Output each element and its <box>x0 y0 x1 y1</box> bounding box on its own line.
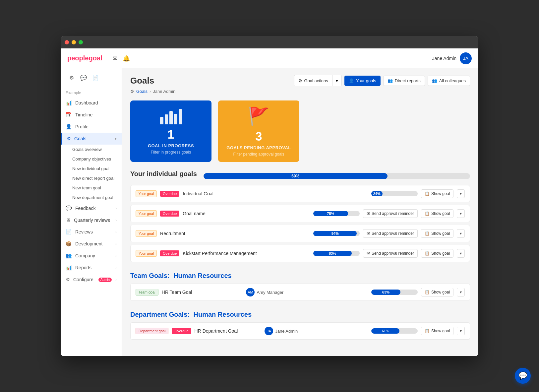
progress-fill-1: 24% <box>371 191 383 196</box>
goals-icon: ⚙ <box>67 136 71 142</box>
sidebar-icon-settings[interactable]: ⚙ <box>66 72 78 84</box>
close-btn[interactable] <box>65 40 69 44</box>
user-menu[interactable]: Jane Admin JA <box>432 52 472 64</box>
breadcrumb-goals-link[interactable]: Goals <box>136 89 148 94</box>
chat-bubble[interactable]: 💬 <box>515 368 531 384</box>
feedback-icon: 💬 <box>66 205 72 211</box>
your-goals-button[interactable]: 👤 Your goals <box>344 76 381 86</box>
sidebar-item-development[interactable]: 📦 Development › <box>61 238 122 250</box>
app-window: peoplegoal ✉ 🔔 Jane Admin JA ⚙ 💬 📄 Examp… <box>61 36 478 356</box>
send-approval-btn-4[interactable]: ✉ Send approval reminder <box>363 249 418 258</box>
mail-icon[interactable]: ✉ <box>112 55 117 62</box>
sidebar-item-configure[interactable]: ⚙ Configure Admin › <box>61 274 122 286</box>
send-approval-btn-3[interactable]: ✉ Send approval reminder <box>363 229 418 238</box>
sidebar-item-company-objectives[interactable]: Company objectives <box>61 154 122 164</box>
goal-dropdown-2[interactable]: ▾ <box>457 209 465 218</box>
main-content: Goals ⚙ Goal actions ▾ 👤 Your <box>122 68 478 356</box>
sidebar-item-company[interactable]: 👥 Company › <box>61 250 122 262</box>
chat-icon: 💬 <box>518 371 527 380</box>
sidebar-label-reviews: Reviews <box>75 229 93 234</box>
sidebar-item-dashboard[interactable]: 📊 Dashboard <box>61 97 122 109</box>
logo[interactable]: peoplegoal <box>67 54 102 62</box>
sidebar-item-goals[interactable]: ⚙ Goals ▾ <box>61 133 122 145</box>
progress-bar-dept: 61% <box>371 328 418 334</box>
show-goal-btn-1[interactable]: 📋 Show goal <box>421 189 453 198</box>
sidebar-item-profile[interactable]: 👤 Profile <box>61 121 122 133</box>
sidebar-item-new-individual[interactable]: New individual goal <box>61 164 122 173</box>
sidebar-item-new-dept[interactable]: New department goal <box>61 193 122 202</box>
sidebar-label-company: Company <box>75 253 95 258</box>
team-goals-title-main: Team Goals: <box>130 272 170 279</box>
progress-bar-3: 94% <box>313 231 360 236</box>
show-goal-icon-dept: 📋 <box>425 329 430 333</box>
owner-avatar-dept: JA <box>265 327 273 335</box>
topnav: peoplegoal ✉ 🔔 Jane Admin JA <box>61 48 478 68</box>
sidebar-item-feedback[interactable]: 💬 Feedback › <box>61 202 122 214</box>
sidebar-item-quarterly[interactable]: 🖥 Quarterly reviews › <box>61 214 122 226</box>
bell-icon[interactable]: 🔔 <box>123 55 130 62</box>
stat-card-in-progress[interactable]: 1 GOAL IN PROGRESS Filter in progress go… <box>130 100 211 162</box>
feedback-arrow-icon: › <box>115 206 117 210</box>
minimize-btn[interactable] <box>72 40 76 44</box>
stat-pending-sub: Filter pending approval goals <box>233 152 284 157</box>
goal-row-individual-1: Your goal Overdue Individual Goal 24% 📋 … <box>130 185 470 202</box>
configure-arrow-icon: › <box>115 278 117 282</box>
sidebar-item-timeline[interactable]: 📅 Timeline <box>61 109 122 121</box>
goal-row-individual-4: Your goal Overdue Kickstart Performance … <box>130 245 470 262</box>
progress-fill-2: 75% <box>313 211 348 216</box>
show-goal-btn-2[interactable]: 📋 Show goal <box>421 209 453 218</box>
show-goal-label-1: Show goal <box>431 191 450 196</box>
tag-your-goal-4: Your goal <box>136 250 157 257</box>
progress-fill-dept: 61% <box>371 328 399 334</box>
goal-actions-dropdown[interactable]: ▾ <box>332 76 341 86</box>
goal-actions-label: Goal actions <box>304 78 328 83</box>
breadcrumb-icon: ⚙ <box>130 89 134 94</box>
show-goal-btn-team[interactable]: 📋 Show goal <box>421 288 453 296</box>
show-goal-btn-3[interactable]: 📋 Show goal <box>421 229 453 238</box>
sidebar-item-reports[interactable]: 📊 Reports › <box>61 262 122 274</box>
stat-in-progress-label: GOAL IN PROGRESS <box>148 143 194 148</box>
tag-your-goal-1: Your goal <box>136 190 157 197</box>
sidebar-item-new-team[interactable]: New team goal <box>61 183 122 193</box>
progress-bar-2: 75% <box>313 211 360 216</box>
bar-2 <box>165 114 168 124</box>
user-avatar: JA <box>460 52 472 64</box>
sidebar-item-reviews[interactable]: 📄 Reviews › <box>61 226 122 238</box>
all-colleagues-button[interactable]: 👥 All colleagues <box>428 76 470 86</box>
send-approval-icon-2: ✉ <box>367 211 370 216</box>
bar-1 <box>160 117 163 124</box>
direct-reports-button[interactable]: 👥 Direct reports <box>383 76 425 86</box>
titlebar <box>61 36 478 48</box>
goal-dropdown-team[interactable]: ▾ <box>457 288 465 296</box>
goal-dropdown-dept[interactable]: ▾ <box>457 327 465 335</box>
bar-5 <box>179 109 182 124</box>
show-goal-icon-team: 📋 <box>425 290 430 294</box>
sidebar-item-new-direct[interactable]: New direct report goal <box>61 173 122 183</box>
goal-dropdown-1[interactable]: ▾ <box>457 189 465 198</box>
goals-submenu: Goals overview Company objectives New in… <box>61 145 122 202</box>
goal-actions-button[interactable]: ⚙ Goal actions <box>294 76 332 86</box>
page-header: Goals ⚙ Goal actions ▾ 👤 Your <box>130 75 470 86</box>
stat-card-pending[interactable]: 🚩 3 GOALS PENDING APPROVAL Filter pendin… <box>218 100 299 162</box>
progress-fill-3: 94% <box>313 231 357 236</box>
development-icon: 📦 <box>66 241 72 247</box>
show-goal-label-team: Show goal <box>431 290 450 294</box>
sidebar-icon-docs[interactable]: 📄 <box>90 72 101 84</box>
tag-team-goal: Team goal <box>136 289 158 295</box>
sidebar: ⚙ 💬 📄 Example 📊 Dashboard 📅 Timeline 👤 P… <box>61 68 122 356</box>
goal-dropdown-4[interactable]: ▾ <box>457 249 465 258</box>
show-goal-btn-dept[interactable]: 📋 Show goal <box>421 327 453 335</box>
quarterly-icon: 🖥 <box>66 217 71 223</box>
goal-name-2: Goal name <box>183 211 310 216</box>
sidebar-icon-chat[interactable]: 💬 <box>78 72 90 84</box>
goal-dropdown-3[interactable]: ▾ <box>457 229 465 238</box>
reviews-icon: 📄 <box>66 229 72 235</box>
bar-3 <box>169 111 173 124</box>
show-goal-btn-4[interactable]: 📋 Show goal <box>421 249 453 258</box>
send-approval-btn-2[interactable]: ✉ Send approval reminder <box>363 209 418 218</box>
sidebar-label-goals: Goals <box>74 136 87 141</box>
send-approval-label-3: Send approval reminder <box>372 231 414 236</box>
progress-fill-4: 83% <box>313 251 352 256</box>
maximize-btn[interactable] <box>79 40 83 44</box>
sidebar-item-goals-overview[interactable]: Goals overview <box>61 145 122 154</box>
